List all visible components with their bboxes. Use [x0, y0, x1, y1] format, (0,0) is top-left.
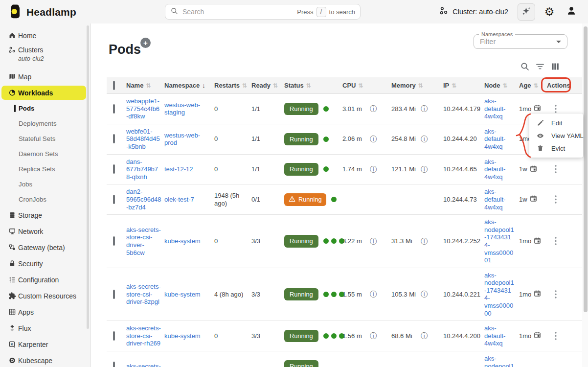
sort-icon[interactable]: ⇅ — [306, 82, 311, 89]
row-checkbox[interactable] — [113, 195, 115, 204]
row-checkbox[interactable] — [113, 236, 115, 246]
main-scrollbar[interactable] — [584, 26, 588, 312]
sidebar-item-flux[interactable]: Flux — [0, 320, 90, 336]
menu-item-edit[interactable]: Edit — [529, 116, 583, 129]
sidebar-item-custom-resources[interactable]: Custom Resources — [0, 288, 90, 304]
namespace-link[interactable]: westus-web-staging — [164, 101, 200, 116]
info-icon[interactable]: ⓘ — [370, 290, 377, 298]
brand[interactable]: Headlamp — [8, 3, 76, 21]
column-header-node[interactable]: Node⇅ — [480, 82, 517, 89]
table-filter-button[interactable] — [535, 62, 545, 71]
info-icon[interactable]: ⓘ — [370, 332, 377, 340]
pod-name-link[interactable]: aks-secrets-store-csi-driver-5b6cw — [126, 226, 161, 256]
sidebar-item-stateful-sets[interactable]: Stateful Sets — [0, 131, 90, 146]
info-icon[interactable]: ⓘ — [370, 165, 377, 174]
sidebar-item-storage[interactable]: Storage — [0, 207, 90, 223]
row-checkbox[interactable] — [113, 164, 115, 174]
sort-icon[interactable]: ⇅ — [358, 82, 363, 89]
column-header-ready[interactable]: Ready⇅ — [249, 82, 282, 89]
row-actions-button[interactable] — [550, 288, 562, 300]
sidebar-scrollbar[interactable] — [87, 25, 89, 329]
table-columns-button[interactable] — [550, 62, 560, 71]
info-icon[interactable]: ⓘ — [421, 332, 428, 340]
info-icon[interactable]: ⓘ — [421, 165, 428, 174]
column-header-cpu[interactable]: CPU⇅ — [339, 82, 384, 89]
row-actions-button[interactable] — [550, 235, 562, 247]
info-icon[interactable]: ⓘ — [421, 105, 428, 113]
row-checkbox[interactable] — [113, 362, 115, 367]
global-search-input[interactable]: Search Press / to search — [165, 4, 361, 20]
sidebar-item-gateway-beta[interactable]: Gateway (beta) — [0, 239, 90, 255]
sidebar-item-daemon-sets[interactable]: Daemon Sets — [0, 146, 90, 161]
row-checkbox[interactable] — [113, 290, 115, 299]
node-link[interactable]: aks-default-4w4xq — [484, 128, 505, 150]
sort-desc-icon[interactable]: ↓ — [202, 82, 205, 89]
namespace-link[interactable]: olek-test-7 — [164, 196, 194, 203]
row-actions-button[interactable] — [550, 194, 562, 206]
namespace-link[interactable]: kube-system — [164, 237, 201, 245]
info-icon[interactable]: ⓘ — [421, 237, 428, 246]
account-button[interactable] — [564, 4, 579, 20]
sidebar-item-deployments[interactable]: Deployments — [0, 116, 90, 131]
sidebar-item-clusters[interactable]: Clustersauto-clu2 — [0, 44, 90, 69]
sort-icon[interactable]: ⇅ — [242, 82, 247, 89]
column-header-memory[interactable]: Memory⇅ — [384, 82, 435, 89]
column-header-age[interactable]: Age⇅ — [517, 82, 544, 89]
cluster-indicator[interactable]: Cluster: auto-clu2 — [439, 6, 508, 17]
column-header-name[interactable]: Name⇅ — [123, 82, 164, 89]
pod-name-link[interactable]: webfe01-58d48f4d45-k5bnb — [126, 128, 160, 150]
node-link[interactable]: aks-nodepool1- — [484, 355, 514, 367]
node-link[interactable]: aks-default-4w4xq — [484, 97, 505, 120]
sidebar-item-security[interactable]: Security — [0, 255, 90, 272]
create-pod-button[interactable]: + — [140, 38, 151, 48]
pod-name-link[interactable]: aks-secrets-store-csi-driver-rh269 — [126, 324, 161, 347]
node-link[interactable]: aks-nodepool1-17434314-vmss000001 — [484, 218, 514, 264]
column-header-actions[interactable]: Actions — [544, 82, 582, 89]
node-link[interactable]: aks-nodepool1-17434314-vmss000000 — [484, 272, 514, 317]
info-icon[interactable]: ⓘ — [421, 135, 428, 143]
sidebar-item-apps[interactable]: Apps — [0, 304, 90, 320]
info-icon[interactable]: ⓘ — [370, 237, 377, 246]
namespace-filter-select[interactable]: Namespaces Filter — [474, 34, 567, 49]
row-actions-button[interactable] — [550, 163, 562, 175]
info-icon[interactable]: ⓘ — [370, 105, 377, 113]
info-icon[interactable]: ⓘ — [421, 290, 428, 298]
sort-icon[interactable]: ⇅ — [418, 82, 423, 89]
node-link[interactable]: aks-default-4w4xq — [484, 158, 505, 181]
sidebar-item-jobs[interactable]: Jobs — [0, 177, 90, 192]
select-all-checkbox[interactable] — [113, 81, 115, 90]
info-icon[interactable]: ⓘ — [370, 135, 377, 143]
sidebar-item-kubescape[interactable]: Kubescape — [0, 352, 90, 367]
sidebar-item-pods[interactable]: Pods — [0, 101, 90, 116]
row-actions-button[interactable] — [550, 330, 562, 342]
namespace-link[interactable]: test-12-12 — [164, 165, 193, 173]
namespace-link[interactable]: kube-system — [164, 291, 201, 298]
sort-icon[interactable]: ⇅ — [452, 82, 456, 89]
column-header-namespace[interactable]: Namespace↓ — [164, 82, 211, 89]
sidebar-item-karpenter[interactable]: KKarpenter — [0, 336, 90, 352]
pod-name-link[interactable]: dan2-5965c96d48-bz7d4 — [126, 188, 161, 210]
pod-name-link[interactable]: aks-secrets- — [126, 363, 161, 367]
sort-icon[interactable]: ⇅ — [146, 82, 151, 89]
settings-button[interactable]: ⚙ — [542, 4, 557, 20]
row-checkbox[interactable] — [113, 134, 115, 143]
column-header-restarts[interactable]: Restarts⇅ — [211, 82, 249, 89]
namespace-link[interactable]: westus-web-prod — [164, 132, 200, 147]
namespace-link[interactable]: kube-system — [164, 332, 201, 340]
sidebar-item-configuration[interactable]: Configuration — [0, 272, 90, 288]
pod-name-link[interactable]: dans-677b749b78-qlxnh — [126, 158, 158, 181]
sidebar-item-map[interactable]: Map — [0, 69, 90, 85]
node-link[interactable]: aks-default-4w4xq — [484, 324, 505, 347]
row-checkbox[interactable] — [113, 331, 115, 341]
sort-icon[interactable]: ⇅ — [503, 82, 508, 89]
pod-name-link[interactable]: webappfe1-57754c4fb6-df8kw — [126, 97, 159, 120]
row-actions-button[interactable] — [550, 103, 562, 115]
column-header-status[interactable]: Status⇅ — [282, 82, 339, 89]
sidebar-item-replica-sets[interactable]: Replica Sets — [0, 161, 90, 177]
node-link[interactable]: aks-default-4w4xq — [484, 188, 505, 210]
menu-item-view-yaml[interactable]: View YAML — [529, 129, 583, 142]
pod-name-link[interactable]: aks-secrets-store-csi-driver-8zpgl — [126, 283, 161, 305]
sort-icon[interactable]: ⇅ — [273, 82, 278, 89]
row-checkbox[interactable] — [113, 104, 115, 114]
menu-item-evict[interactable]: Evict — [529, 142, 583, 155]
